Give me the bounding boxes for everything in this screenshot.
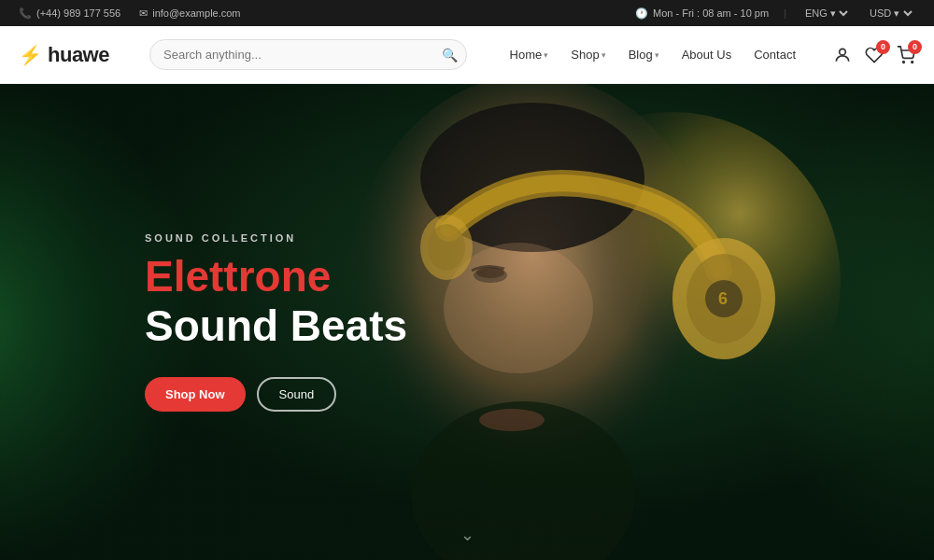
hours-text: Mon - Fri : 08 am - 10 pm [653, 7, 769, 19]
phone-number: (+44) 989 177 556 [36, 7, 120, 19]
hero-content: SOUND COLLECTION Elettrone Sound Beats S… [145, 232, 407, 412]
top-bar-right: 🕐 Mon - Fri : 08 am - 10 pm | ENG ▾ USD … [635, 7, 915, 20]
svg-text:6: 6 [718, 289, 728, 308]
wishlist-icon-button[interactable]: 0 [865, 46, 884, 64]
hero-title-white: Sound Beats [145, 302, 407, 350]
nav-home-label: Home [510, 48, 543, 62]
clock-icon: 🕐 [635, 7, 648, 20]
hero-subtitle: SOUND COLLECTION [145, 232, 407, 244]
phone-icon: 📞 [19, 7, 32, 20]
top-bar-left: 📞 (+44) 989 177 556 ✉ info@example.com [19, 7, 241, 20]
user-icon [833, 46, 852, 64]
email-icon: ✉ [139, 7, 148, 20]
language-select[interactable]: ENG ▾ [801, 7, 851, 20]
email-info: ✉ info@example.com [139, 7, 240, 20]
logo-text: huawe [48, 43, 109, 67]
header-icons: 0 0 [833, 46, 915, 64]
nav-shop[interactable]: Shop ▾ [561, 42, 615, 67]
hero-section: 6 SOUND COLLECTION Elettrone Sound Beats… [0, 84, 934, 560]
nav-contact-label: Contact [754, 48, 796, 62]
nav-blog-label: Blog [629, 48, 653, 62]
nav-blog[interactable]: Blog ▾ [619, 42, 669, 67]
phone-info: 📞 (+44) 989 177 556 [19, 7, 120, 20]
search-input[interactable] [149, 39, 467, 70]
logo-icon: ⚡ [19, 44, 42, 66]
nav-shop-chevron: ▾ [601, 50, 606, 60]
nav-home[interactable]: Home ▾ [501, 42, 559, 67]
search-bar: 🔍 [149, 39, 467, 70]
hero-buttons: Shop Now Sound [145, 377, 407, 412]
email-address: info@example.com [152, 7, 240, 19]
user-icon-button[interactable] [833, 46, 852, 64]
nav-shop-label: Shop [571, 48, 599, 62]
nav-contact[interactable]: Contact [744, 42, 805, 67]
hero-visual: 6 [0, 84, 934, 560]
cart-count: 0 [908, 40, 922, 54]
hero-title-colored: Elettrone [145, 253, 407, 301]
nav-blog-chevron: ▾ [655, 50, 659, 60]
header: ⚡ huawe 🔍 Home ▾ Shop ▾ Blog ▾ About Us … [0, 26, 934, 84]
svg-point-2 [912, 61, 913, 63]
top-bar: 📞 (+44) 989 177 556 ✉ info@example.com 🕐… [0, 0, 934, 26]
svg-point-1 [903, 61, 905, 63]
shop-now-button[interactable]: Shop Now [145, 377, 246, 412]
svg-point-15 [479, 409, 545, 431]
scroll-indicator: ⌄ [460, 525, 474, 545]
logo[interactable]: ⚡ huawe [19, 43, 131, 67]
search-button[interactable]: 🔍 [442, 48, 458, 63]
nav-about[interactable]: About Us [672, 42, 741, 67]
svg-point-14 [428, 224, 465, 271]
nav-home-chevron: ▾ [544, 50, 548, 60]
sound-button[interactable]: Sound [257, 377, 337, 412]
svg-point-0 [840, 49, 846, 55]
wishlist-count: 0 [876, 40, 890, 54]
currency-select[interactable]: USD ▾ [866, 7, 915, 20]
nav-about-label: About Us [682, 48, 731, 62]
main-nav: Home ▾ Shop ▾ Blog ▾ About Us Contact [501, 42, 805, 67]
cart-icon-button[interactable]: 0 [897, 46, 915, 64]
hours-info: 🕐 Mon - Fri : 08 am - 10 pm [635, 7, 769, 20]
